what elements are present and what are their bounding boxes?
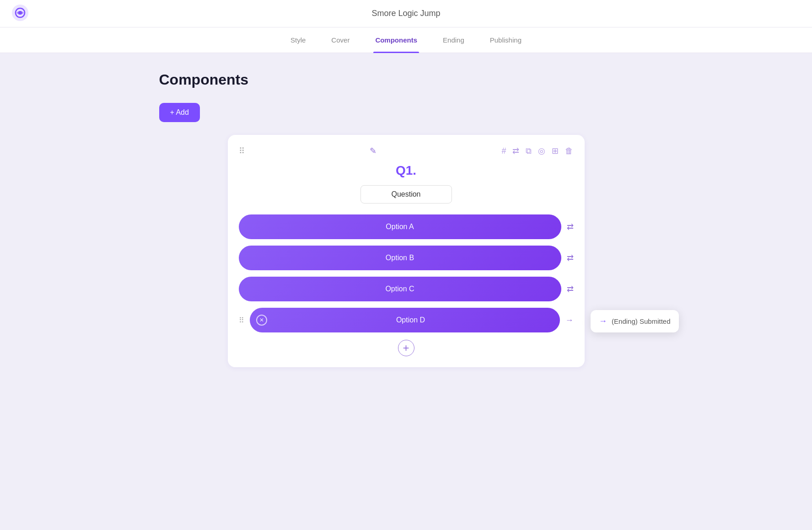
option-row-c: Option C ⇄	[239, 277, 574, 301]
copy-icon[interactable]: ⧉	[526, 146, 532, 156]
option-d-drag-handle[interactable]: ⠿	[239, 316, 244, 325]
add-option-button[interactable]: +	[398, 340, 414, 356]
nav-item-ending[interactable]: Ending	[441, 27, 466, 53]
option-d-remove-icon[interactable]: ✕	[256, 315, 267, 326]
page-title: Components	[159, 71, 653, 88]
hash-icon[interactable]: #	[501, 146, 506, 156]
logo	[11, 4, 29, 24]
option-button-b[interactable]: Option B	[239, 246, 561, 270]
main-content: Components + Add ⠿ ✎ # ⇄ ⧉ ◎ ⊞ 🗑 Q1. Opt…	[132, 53, 681, 385]
option-button-d[interactable]: ✕ Option D	[250, 308, 560, 332]
tooltip-text: (Ending) Submitted	[612, 317, 670, 325]
option-d-tooltip: → (Ending) Submitted	[591, 310, 678, 332]
nav-item-components[interactable]: Components	[373, 27, 419, 53]
option-row-b: Option B ⇄	[239, 246, 574, 270]
card-actions: # ⇄ ⧉ ◎ ⊞ 🗑	[501, 146, 573, 156]
nav-item-style[interactable]: Style	[289, 27, 307, 53]
edit-icon[interactable]: ✎	[370, 146, 376, 156]
option-logic-icon-c[interactable]: ⇄	[567, 284, 574, 294]
palette-icon[interactable]: ◎	[538, 146, 545, 156]
option-row-a: Option A ⇄	[239, 214, 574, 239]
card-drag-handle[interactable]: ⠿	[239, 146, 245, 156]
option-d-label: Option D	[396, 316, 425, 324]
option-logic-icon-b[interactable]: ⇄	[567, 253, 574, 263]
nav-item-publishing[interactable]: Publishing	[488, 27, 523, 53]
option-row-d: ⠿ ✕ Option D → → (Ending) Submitted	[239, 308, 574, 332]
option-button-c[interactable]: Option C	[239, 277, 561, 301]
svg-point-2	[18, 11, 22, 15]
question-label: Q1.	[239, 163, 574, 178]
options-container: Option A ⇄ Option B ⇄ Option C ⇄ ⠿ ✕ Opt…	[239, 214, 574, 332]
header: Smore Logic Jump	[0, 0, 812, 27]
main-nav: Style Cover Components Ending Publishing	[0, 27, 812, 53]
add-button[interactable]: + Add	[159, 103, 200, 122]
option-button-a[interactable]: Option A	[239, 214, 561, 239]
logic-jump-icon[interactable]: ⇄	[512, 146, 519, 156]
delete-icon[interactable]: 🗑	[565, 146, 573, 156]
card-toolbar: ⠿ ✎ # ⇄ ⧉ ◎ ⊞ 🗑	[239, 146, 574, 156]
option-logic-icon-a[interactable]: ⇄	[567, 222, 574, 232]
nav-item-cover[interactable]: Cover	[329, 27, 351, 53]
header-title: Smore Logic Jump	[371, 9, 440, 18]
question-input[interactable]	[360, 185, 452, 203]
grid-icon[interactable]: ⊞	[552, 146, 559, 156]
tooltip-arrow-icon: →	[599, 316, 607, 326]
option-logic-icon-d[interactable]: →	[565, 316, 574, 325]
add-option-row: +	[239, 340, 574, 356]
component-card: ⠿ ✎ # ⇄ ⧉ ◎ ⊞ 🗑 Q1. Option A ⇄ Op	[228, 135, 585, 367]
